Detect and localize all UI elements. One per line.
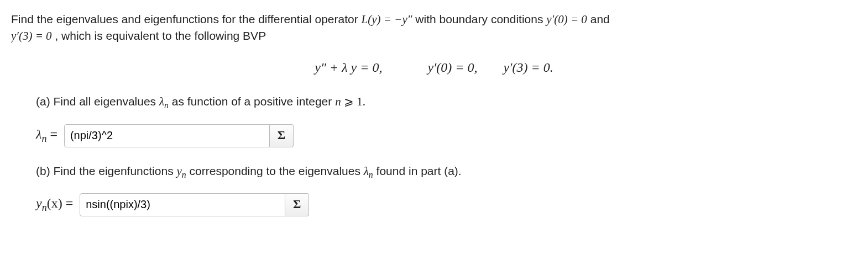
boundary-condition-2: y′(3) = 0 xyxy=(11,29,52,43)
eigenvalue-input[interactable] xyxy=(64,124,270,147)
eq-bc2: y′(3) = 0. xyxy=(504,60,553,75)
part-a-prompt: (a) Find all eigenvalues λn as function … xyxy=(36,93,857,112)
display-equation: y″ + λ y = 0, y′(0) = 0, y′(3) = 0. xyxy=(11,59,857,77)
problem-statement: Find the eigenvalues and eigenfunctions … xyxy=(11,11,857,45)
problem-text-3: and xyxy=(590,13,610,25)
boundary-condition-1: y′(0) = 0 xyxy=(546,13,587,26)
sigma-icon: Σ xyxy=(278,127,285,144)
problem-text-4: , which is equivalent to the following B… xyxy=(55,29,266,42)
problem-text-2: with boundary conditions xyxy=(415,13,546,25)
equation-editor-button-b[interactable]: Σ xyxy=(285,193,309,216)
eq-ode: y″ + λ y = 0, xyxy=(315,60,382,75)
part-a-answer-row: λn = Σ xyxy=(36,124,857,147)
problem-text-1: Find the eigenvalues and eigenfunctions … xyxy=(11,13,362,25)
lambda-n-label: λn = xyxy=(36,125,57,146)
yn-x-label: yn(x) = xyxy=(36,194,73,215)
part-b-prompt: (b) Find the eigenfunctions yn correspon… xyxy=(36,163,857,181)
operator-expression: L(y) = −y″ xyxy=(362,13,412,26)
eq-bc1: y′(0) = 0, xyxy=(427,60,477,75)
part-b-answer-row: yn(x) = Σ xyxy=(36,193,857,216)
equation-editor-button-a[interactable]: Σ xyxy=(270,124,294,147)
sigma-icon: Σ xyxy=(293,196,301,213)
eigenfunction-input[interactable] xyxy=(80,193,285,216)
